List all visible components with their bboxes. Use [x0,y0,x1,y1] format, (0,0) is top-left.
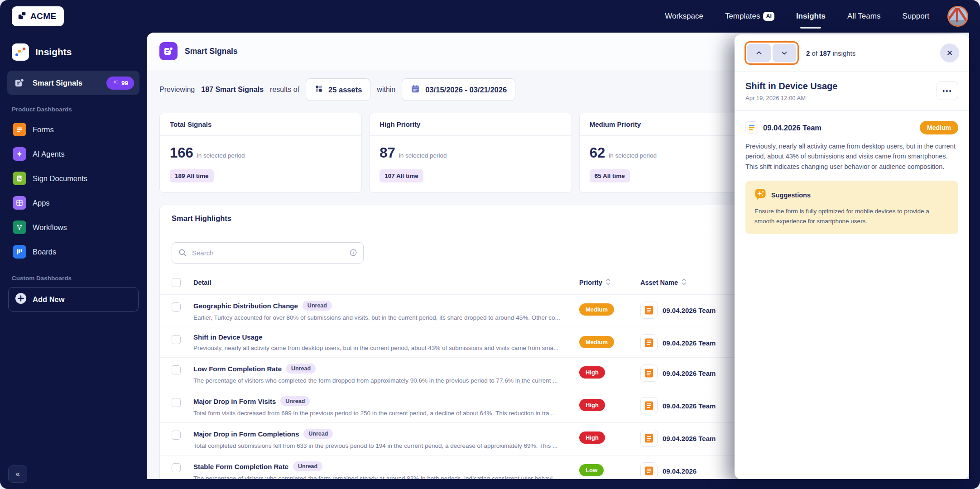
ai-agents-icon [13,147,26,161]
nav-item-all-teams[interactable]: All Teams [847,12,880,21]
section-custom-dashboards: Custom Dashboards [7,264,139,286]
next-insight-button[interactable] [773,44,796,62]
insight-title: Shift in Device Usage [745,81,837,91]
nav-item-label: All Teams [847,12,880,21]
table-row[interactable]: Major Drop in Form CompletionsUnreadTota… [160,422,781,455]
column-priority[interactable]: Priority [579,278,640,287]
asset-document-icon [640,397,658,414]
row-checkbox[interactable] [172,398,181,407]
sidebar-item-label: Sign Documents [33,174,87,183]
apps-icon [13,196,26,210]
sidebar-item-boards[interactable]: Boards [7,240,139,264]
row-checkbox[interactable] [172,431,181,440]
column-detail: Detail [193,279,579,286]
signal-description: Earlier, Turkey accounted for over 80% o… [193,314,574,321]
add-new-button[interactable]: Add New [8,287,139,312]
forms-icon [13,123,26,136]
date-range-button[interactable]: 03/15/2026 - 03/21/2026 [402,78,515,101]
stat-alltime-badge: 189 All time [170,169,214,182]
select-all-checkbox[interactable] [172,278,181,287]
suggestions-title: Suggestions [771,192,811,199]
asset-name: 09.04.2026 [663,467,697,475]
sidebar-item-ai-agents[interactable]: AI Agents [7,142,139,166]
signal-title: Low Form Completion Rate [193,365,282,373]
row-checkbox[interactable] [172,302,181,312]
priority-cell: Low [579,461,640,476]
nav-item-templates[interactable]: TemplatesAI [725,12,774,21]
stat-value: 87 [380,145,395,161]
table-row[interactable]: Major Drop in Form VisitsUnreadTotal for… [160,390,781,422]
close-panel-button[interactable]: ✕ [940,43,959,62]
nav-item-workspace[interactable]: Workspace [665,12,703,21]
sidebar-item-workflows[interactable]: Workflows [7,215,139,240]
row-checkbox[interactable] [172,463,181,472]
table-body: Geographic Distribution ChangeUnreadEarl… [160,294,781,479]
info-icon[interactable] [349,249,357,259]
asset-document-icon [640,364,658,382]
table-header: Detail Priority Asset Name [160,271,781,294]
plus-circle-icon [15,292,27,306]
signal-description: Previously, nearly all activity came fro… [193,345,574,351]
nav-item-label: Support [902,12,929,21]
insight-title-block: Shift in Device Usage Apr 19, 2026 12:00… [735,72,969,111]
stat-caption: in selected period [399,152,447,159]
detail-cell: Stable Form Completion RateUnreadThe per… [193,461,579,479]
priority-badge: Low [579,464,604,476]
sidebar-item-sign-documents[interactable]: Sign Documents [7,166,139,191]
table-row[interactable]: Low Form Completion RateUnreadThe percen… [160,357,781,390]
smart-highlights-title: Smart Highlights [160,205,781,232]
table-row[interactable]: Stable Form Completion RateUnreadThe per… [160,455,781,479]
table-row[interactable]: Geographic Distribution ChangeUnreadEarl… [160,294,781,327]
signal-title: Geographic Distribution Change [193,302,298,310]
app-window: ACME WorkspaceTemplatesAIInsightsAll Tea… [0,0,980,489]
assets-filter-button[interactable]: 25 assets [306,78,370,101]
smart-highlights-card: Smart Highlights Detail Priority Asset N… [159,205,782,479]
preview-results: results of [270,86,299,94]
sidebar-item-label: Apps [33,199,50,207]
sidebar-item-forms[interactable]: Forms [7,117,139,142]
workflows-icon [13,221,26,234]
unread-badge: Unread [303,429,333,439]
add-new-label: Add New [33,295,65,304]
sidebar-item-smart-signals[interactable]: Smart Signals 99 [7,71,139,95]
nav-item-insights[interactable]: Insights [796,12,826,21]
unread-badge: Unread [286,364,316,374]
priority-badge: Medium [579,336,614,348]
pager-total: 187 [819,49,831,57]
table-row[interactable]: Shift in Device UsagePreviously, nearly … [160,327,781,357]
more-options-button[interactable]: ••• [937,81,958,100]
asset-name: 09.04.2026 Team [663,402,716,410]
smart-signals-header-icon [159,42,178,60]
sidebar-collapse-button[interactable]: « [8,465,27,483]
sidebar-item-apps[interactable]: Apps [7,191,139,215]
asset-name: 09.04.2026 Team [663,307,716,314]
signal-description: The percentage of visitors who completed… [193,475,574,479]
stat-card-total-signals: Total Signals166in selected period189 Al… [159,113,362,193]
nav-item-label: Insights [796,12,826,21]
insight-team-name: 09.04.2026 Team [763,124,821,132]
signal-description: Total form visits decreased from 699 in … [193,410,574,417]
detail-cell: Low Form Completion RateUnreadThe percen… [193,364,579,384]
priority-cell: High [579,364,640,379]
stats-row: Total Signals166in selected period189 Al… [159,113,782,193]
sort-icon [681,278,687,287]
row-checkbox[interactable] [172,335,181,344]
asset-document-icon [640,430,658,447]
priority-cell: High [579,396,640,411]
sidebar-product-items: FormsAI AgentsSign DocumentsAppsWorkflow… [7,117,139,264]
stat-caption: in selected period [197,152,245,159]
page-title: Smart Signals [185,47,238,56]
acme-logo[interactable]: ACME [12,6,64,26]
assets-label: 25 assets [328,86,362,94]
search-input[interactable] [172,242,364,264]
previous-insight-button[interactable] [747,44,771,62]
asset-name: 09.04.2026 Team [663,369,716,377]
nav-item-support[interactable]: Support [902,12,929,21]
detail-cell: Major Drop in Form CompletionsUnreadTota… [193,429,579,449]
top-nav: ACME WorkspaceTemplatesAIInsightsAll Tea… [0,0,980,33]
row-checkbox[interactable] [172,365,181,374]
boards-icon [13,245,26,259]
unread-badge: Unread [280,396,310,406]
avatar[interactable] [947,6,968,27]
sidebar-item-label: AI Agents [33,150,65,158]
